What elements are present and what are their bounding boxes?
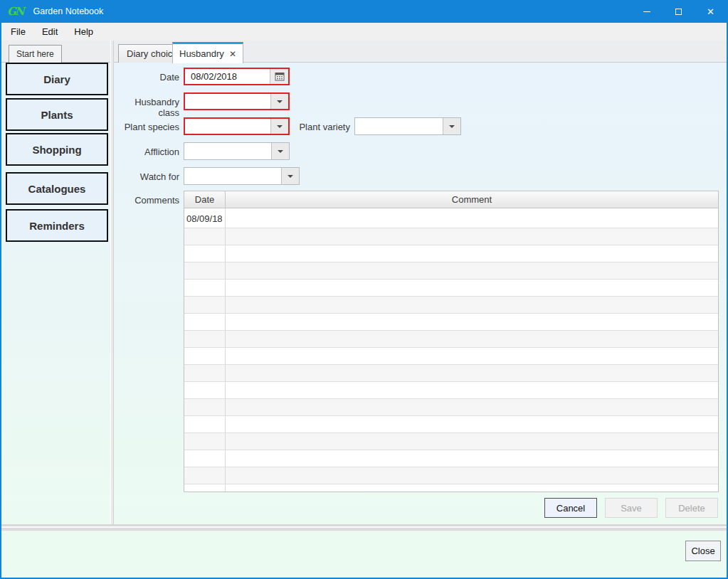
sidebar: Diary Plants Shopping Catalogues Reminde… <box>1 63 110 524</box>
sidebar-item-diary[interactable]: Diary <box>6 63 108 95</box>
date-field <box>184 68 290 85</box>
comments-table: Date Comment 08/09/18 <box>184 191 719 492</box>
table-row[interactable] <box>184 382 718 399</box>
cell-date <box>184 450 226 467</box>
maximize-button[interactable] <box>663 0 695 23</box>
table-row[interactable] <box>184 399 718 416</box>
affliction-combobox[interactable] <box>184 142 290 160</box>
table-row[interactable] <box>184 433 718 450</box>
chevron-down-icon <box>287 175 293 178</box>
close-icon: ✕ <box>707 6 714 17</box>
plant-variety-label: Plant variety <box>285 122 350 132</box>
menu-help[interactable]: Help <box>67 23 100 40</box>
horizontal-splitter[interactable] <box>1 524 727 531</box>
comments-table-header: Date Comment <box>184 191 718 208</box>
save-button[interactable]: Save <box>605 498 658 518</box>
menu-edit[interactable]: Edit <box>35 23 65 40</box>
window-title: Garden Notebook <box>33 6 104 16</box>
cell-comment <box>226 416 718 432</box>
app-window-inner: GN Garden Notebook ✕ File Edit Help Star… <box>1 0 727 578</box>
cell-date <box>184 314 226 330</box>
tab-husbandry[interactable]: Husbandry ✕ <box>172 42 243 63</box>
affliction-label: Affliction <box>114 147 179 157</box>
dropdown-button[interactable] <box>443 118 460 134</box>
cell-date <box>184 245 226 262</box>
cell-date <box>184 399 226 415</box>
workspace: Start here Diary Plants Shopping Catalog… <box>1 41 727 524</box>
cell-date <box>184 365 226 381</box>
table-row[interactable] <box>184 331 718 348</box>
menu-file[interactable]: File <box>4 23 33 40</box>
cell-comment <box>226 228 718 245</box>
table-row[interactable] <box>184 228 718 245</box>
menubar: File Edit Help <box>1 23 727 41</box>
cell-comment <box>226 450 718 467</box>
table-row[interactable] <box>184 297 718 314</box>
husbandry-form: Date Husbandry class <box>114 63 727 524</box>
close-tab-icon[interactable]: ✕ <box>229 49 236 59</box>
plant-species-value <box>185 119 270 134</box>
plant-variety-value <box>355 118 443 134</box>
husbandry-class-label: Husbandry class <box>114 97 179 118</box>
tab-start-here[interactable]: Start here <box>9 45 62 63</box>
delete-button[interactable]: Delete <box>665 498 718 518</box>
table-row[interactable] <box>184 245 718 262</box>
window-controls: ✕ <box>631 0 727 23</box>
cell-date <box>184 262 226 279</box>
cell-date <box>184 280 226 296</box>
column-header-comment[interactable]: Comment <box>226 191 718 208</box>
sidebar-item-catalogues[interactable]: Catalogues <box>6 172 108 205</box>
calendar-icon <box>275 72 285 81</box>
watch-for-combobox[interactable] <box>184 167 300 185</box>
titlebar: GN Garden Notebook ✕ <box>1 0 727 23</box>
comments-label: Comments <box>114 195 179 206</box>
dropdown-button[interactable] <box>271 143 289 159</box>
cell-date <box>184 484 226 492</box>
sidebar-item-plants[interactable]: Plants <box>6 98 108 131</box>
tab-label: Husbandry <box>179 48 224 59</box>
table-row[interactable] <box>184 348 718 365</box>
cell-date <box>184 416 226 432</box>
chevron-down-icon <box>277 125 283 128</box>
table-row[interactable] <box>184 365 718 382</box>
cell-comment <box>226 297 718 313</box>
table-row[interactable] <box>184 280 718 297</box>
cancel-button[interactable]: Cancel <box>544 498 597 518</box>
minimize-icon <box>643 11 650 12</box>
plant-variety-combobox[interactable] <box>354 117 461 135</box>
plant-species-combobox[interactable] <box>184 117 290 135</box>
table-row[interactable] <box>184 450 718 467</box>
minimize-button[interactable] <box>631 0 663 23</box>
column-header-date[interactable]: Date <box>184 191 226 208</box>
main-tabstrip: Diary choice Husbandry ✕ <box>114 41 727 63</box>
cell-date <box>184 331 226 347</box>
maximize-icon <box>675 9 682 15</box>
husbandry-class-value <box>185 94 270 109</box>
close-window-button[interactable]: ✕ <box>695 0 727 23</box>
table-row[interactable] <box>184 314 718 331</box>
sidebar-item-reminders[interactable]: Reminders <box>6 209 108 242</box>
dropdown-button[interactable] <box>281 168 299 184</box>
cell-date <box>184 467 226 484</box>
cell-comment <box>226 433 718 450</box>
table-row[interactable] <box>184 262 718 280</box>
cell-comment <box>226 382 718 398</box>
cell-comment <box>226 365 718 381</box>
table-row[interactable] <box>184 416 718 433</box>
dropdown-button[interactable] <box>270 94 288 109</box>
sidebar-item-shopping[interactable]: Shopping <box>6 133 108 166</box>
cell-comment <box>226 399 718 415</box>
close-button[interactable]: Close <box>685 541 721 561</box>
cell-comment <box>226 348 718 364</box>
husbandry-class-combobox[interactable] <box>184 92 290 110</box>
chevron-down-icon <box>277 100 283 103</box>
calendar-button[interactable] <box>270 69 288 84</box>
cell-comment <box>226 484 718 492</box>
table-row[interactable] <box>184 467 718 484</box>
cell-comment <box>226 314 718 330</box>
table-row[interactable] <box>184 484 718 492</box>
table-row[interactable]: 08/09/18 <box>184 208 718 228</box>
watch-for-value <box>184 168 281 184</box>
affliction-value <box>184 143 271 159</box>
date-input[interactable] <box>185 69 270 84</box>
